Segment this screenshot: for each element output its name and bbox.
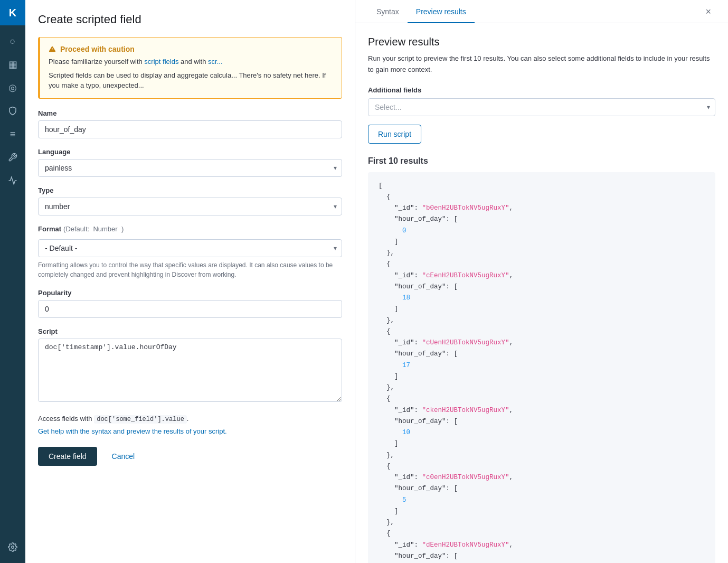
name-input[interactable]	[38, 120, 342, 138]
scripted-link[interactable]: scr...	[208, 58, 222, 65]
sidebar: K ○ ▦ ◎ ≡	[0, 0, 25, 563]
access-note: Access fields with doc['some_field'].val…	[38, 414, 342, 424]
popularity-label: Popularity	[38, 289, 342, 297]
tabs-header: Syntax Preview results ×	[355, 0, 728, 23]
warning-title: Proceed with caution	[49, 45, 333, 53]
type-select[interactable]: number string date boolean geo_point	[38, 198, 342, 215]
language-label: Language	[38, 148, 342, 156]
script-textarea[interactable]: doc['timestamp'].value.hourOfDay	[38, 339, 342, 402]
warning-icon	[49, 45, 56, 53]
preview-title: Preview results	[368, 36, 715, 48]
create-field-button[interactable]: Create field	[38, 447, 97, 466]
additional-fields-wrapper: Select... ▾	[368, 98, 715, 116]
right-panel-content: Preview results Run your script to previ…	[355, 23, 728, 563]
language-group: Language painless expression mustache ▾	[38, 148, 342, 177]
additional-fields-select[interactable]: Select...	[368, 98, 715, 116]
warning-box: Proceed with caution Please familiarize …	[38, 37, 342, 99]
warning-text-2: Scripted fields can be used to display a…	[49, 70, 333, 91]
run-script-button[interactable]: Run script	[368, 125, 421, 144]
popularity-input[interactable]	[38, 300, 342, 318]
format-label: Format	[38, 225, 61, 233]
monitoring-icon[interactable]	[2, 170, 23, 191]
tab-syntax[interactable]: Syntax	[368, 0, 408, 23]
wrench-icon[interactable]	[2, 147, 23, 168]
json-results-panel: [ { "_id": "b0enH2UBTokNV5ugRuxY", "hour…	[368, 172, 715, 563]
script-label: Script	[38, 327, 342, 335]
additional-fields-label: Additional fields	[368, 86, 715, 94]
help-link[interactable]: Get help with the syntax and preview the…	[38, 426, 342, 437]
left-panel: Create scripted field Proceed with cauti…	[25, 0, 355, 563]
right-panel: Syntax Preview results × Preview results…	[355, 0, 728, 563]
cancel-button[interactable]: Cancel	[103, 447, 144, 466]
access-note-text: Access fields with	[38, 415, 94, 423]
popularity-group: Popularity	[38, 289, 342, 318]
access-code: doc['some_field'].value	[94, 415, 187, 424]
tab-preview-results[interactable]: Preview results	[408, 0, 475, 23]
format-help-text: Formatting allows you to control the way…	[38, 260, 342, 279]
access-period: .	[187, 415, 189, 423]
dashboard-icon[interactable]: ▦	[2, 54, 23, 75]
warning-text: Please familiarize yourself with script …	[49, 57, 333, 67]
shield-icon[interactable]	[2, 100, 23, 121]
format-default-note: (Default: Number )	[63, 225, 124, 233]
discover-icon[interactable]: ○	[2, 31, 23, 52]
warning-title-text: Proceed with caution	[60, 45, 135, 53]
name-group: Name	[38, 109, 342, 138]
menu-icon[interactable]: ≡	[2, 124, 23, 145]
svg-point-0	[12, 546, 14, 549]
type-label: Type	[38, 186, 342, 194]
panel-title: Create scripted field	[38, 13, 342, 26]
settings-icon[interactable]	[2, 537, 23, 558]
format-select[interactable]: - Default - Number Bytes Percent	[38, 239, 342, 257]
app-logo[interactable]: K	[0, 0, 25, 25]
action-buttons: Create field Cancel	[38, 447, 342, 466]
script-group: Script doc['timestamp'].value.hourOfDay	[38, 327, 342, 404]
script-fields-link[interactable]: script fields	[144, 58, 178, 65]
type-select-wrapper: number string date boolean geo_point ▾	[38, 198, 342, 215]
main-area: Create scripted field Proceed with cauti…	[25, 0, 728, 563]
results-title: First 10 results	[368, 156, 715, 166]
name-label: Name	[38, 109, 342, 117]
language-select[interactable]: painless expression mustache	[38, 159, 342, 177]
visualize-icon[interactable]: ◎	[2, 77, 23, 98]
format-group: Format (Default: Number ) - Default - Nu…	[38, 225, 342, 279]
format-select-wrapper: - Default - Number Bytes Percent ▾	[38, 239, 342, 257]
close-button[interactable]: ×	[701, 3, 715, 21]
preview-description: Run your script to preview the first 10 …	[368, 53, 715, 76]
language-select-wrapper: painless expression mustache ▾	[38, 159, 342, 177]
type-group: Type number string date boolean geo_poin…	[38, 186, 342, 215]
